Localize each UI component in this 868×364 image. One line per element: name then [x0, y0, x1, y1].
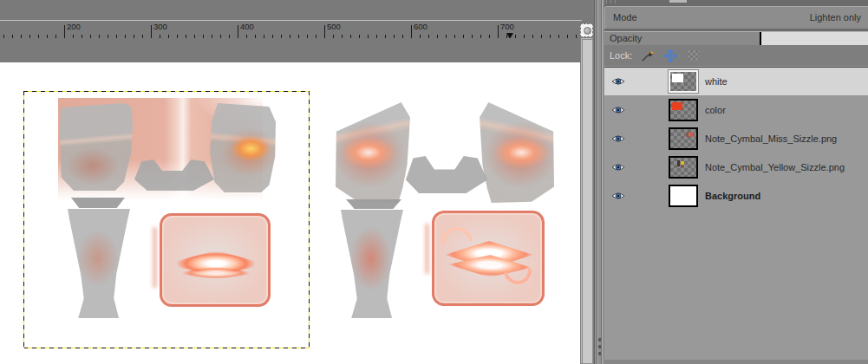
ruler-major-tick: [151, 25, 152, 39]
layer-thumbnail-miss-sizzle[interactable]: [669, 127, 698, 150]
vertical-scrollbar[interactable]: [580, 37, 593, 364]
alpha-checker-icon: [688, 50, 699, 62]
layer-row-white[interactable]: white: [604, 67, 868, 95]
horizontal-ruler[interactable]: 200300400500600700: [0, 20, 582, 39]
vertical-scrollbar-thumb[interactable]: [582, 39, 593, 364]
art-trapezoid-left-group: [71, 198, 125, 208]
menubar-strip: [0, 0, 582, 20]
ruler-major-tick: [498, 25, 499, 39]
ruler-label: 200: [67, 22, 81, 31]
eye-icon: [611, 191, 625, 201]
paintbrush-icon: [642, 50, 655, 62]
art-red-streak-right: [425, 224, 429, 274]
visibility-toggle[interactable]: [609, 191, 628, 201]
art-cymbal-right-yellow-glow: [210, 103, 276, 192]
art-red-streak-left: [153, 227, 157, 288]
lock-label: Lock:: [610, 50, 632, 61]
opacity-label: Opacity: [610, 32, 642, 45]
ruler-major-tick: [64, 25, 65, 39]
art-trapezoid-right-group: [346, 199, 401, 209]
layer-row-miss-sizzle[interactable]: Note_Cymbal_Miss_Sizzle.png: [604, 124, 868, 153]
dock-splitter[interactable]: [594, 0, 604, 364]
ruler-label: 500: [327, 22, 341, 31]
opacity-slider[interactable]: Opacity: [604, 31, 868, 45]
lock-alpha-button[interactable]: [686, 49, 700, 62]
layer-thumbnail-white[interactable]: [669, 70, 698, 93]
move-icon: [664, 49, 677, 62]
ruler-major-tick: [411, 25, 412, 39]
layer-row-color[interactable]: color: [604, 95, 868, 124]
visibility-toggle[interactable]: [609, 162, 628, 172]
visibility-toggle[interactable]: [609, 133, 628, 144]
layer-row-background[interactable]: Background: [604, 181, 868, 210]
layer-row-yellow-sizzle[interactable]: Note_Cymbal_Yellow_Sizzle.png: [604, 153, 868, 181]
splitter-grip-dot: [598, 352, 601, 355]
eye-icon: [611, 105, 625, 115]
visibility-toggle[interactable]: [609, 105, 628, 115]
ruler-label: 300: [153, 22, 167, 31]
layers-panel: Mode Lighten only Opacity Lock:: [604, 0, 868, 364]
layer-name: Note_Cymbal_Yellow_Sizzle.png: [705, 162, 845, 172]
eye-icon: [611, 162, 625, 172]
lock-position-button[interactable]: [663, 49, 677, 62]
lock-row: Lock:: [604, 45, 868, 66]
splitter-grip-dot: [598, 338, 601, 341]
art-pad-lens-flare: [160, 213, 271, 307]
mode-label: Mode: [613, 7, 637, 29]
splitter-grip-dot: [598, 345, 601, 348]
art-pad-cymbal-sizzle: [432, 211, 545, 306]
ruler-label: 400: [240, 22, 254, 31]
art-cymbal-left-gray: [60, 103, 133, 191]
canvas-viewport[interactable]: [0, 38, 582, 364]
panel-bottom-strip: [604, 360, 868, 364]
ruler-major-tick: [324, 25, 325, 39]
layer-mode-dropdown[interactable]: Mode Lighten only: [604, 6, 868, 29]
layer-name: Background: [705, 191, 760, 201]
lock-pixels-button[interactable]: [641, 49, 655, 62]
dashed-corner-button-icon[interactable]: [580, 23, 593, 37]
layer-name: Note_Cymbal_Miss_Sizzle.png: [705, 133, 837, 144]
layers-list: white color: [604, 67, 868, 210]
eye-icon: [611, 76, 625, 87]
ruler-label: 700: [500, 22, 514, 31]
ruler-label: 600: [414, 22, 427, 31]
layer-thumbnail-background[interactable]: [669, 185, 698, 207]
eye-icon: [611, 133, 625, 144]
layer-name: white: [705, 76, 728, 87]
mode-value: Lighten only: [810, 7, 861, 29]
layer-thumbnail-color[interactable]: [669, 99, 698, 121]
layer-thumbnail-yellow-sizzle[interactable]: [669, 156, 698, 179]
layer-name: color: [705, 105, 726, 115]
visibility-toggle[interactable]: [609, 76, 628, 87]
ruler-major-tick: [238, 25, 238, 39]
